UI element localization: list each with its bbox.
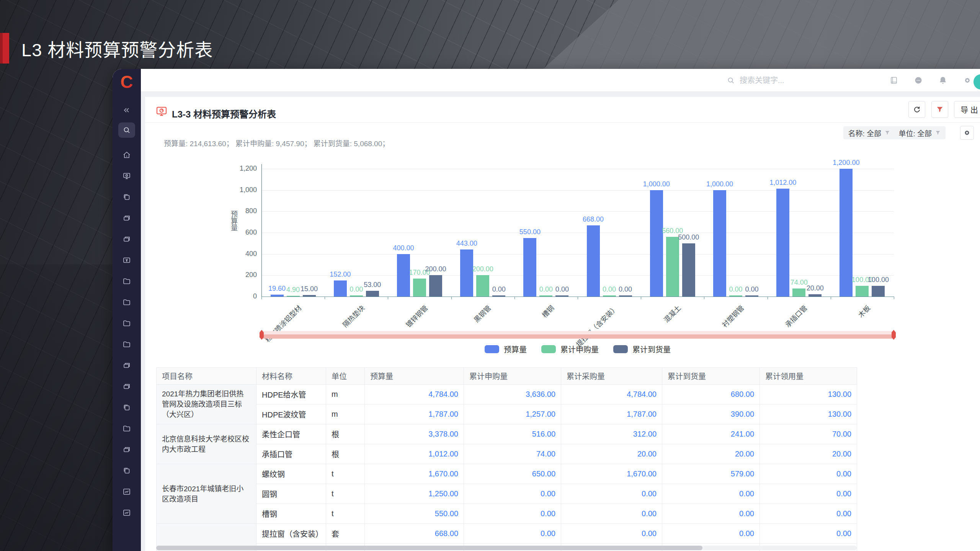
value-cell: 74.00 — [464, 444, 561, 464]
bar-累计到货量 — [682, 243, 695, 297]
value-cell: 130.00 — [760, 385, 857, 404]
notifications-icon[interactable] — [938, 76, 947, 85]
manual-icon[interactable] — [889, 76, 898, 85]
refresh-button[interactable] — [908, 101, 925, 118]
bar-value-label: 400.00 — [393, 244, 414, 252]
sidebar-folder-icon[interactable] — [119, 316, 134, 331]
table-row: 北京信息科技大学老校区校内大市政工程柔性企口管根3,378.00516.0031… — [157, 424, 857, 444]
value-cell: 680.00 — [662, 385, 760, 404]
bar-value-label: 0.00 — [350, 285, 363, 293]
bar-value-label: 100.00 — [852, 276, 873, 284]
sidebar-folder-icon[interactable] — [119, 421, 134, 436]
bar-value-label: 1,000.00 — [643, 180, 670, 188]
app-logo-icon[interactable]: C — [117, 72, 137, 92]
bar-value-label: 0.00 — [745, 285, 758, 293]
bar-预算量 — [397, 254, 410, 297]
value-cell: 1,250.00 — [365, 484, 464, 504]
value-cell: 1,670.00 — [365, 464, 464, 484]
y-axis-tick: 0 — [230, 292, 257, 300]
bar-value-label: 1,012.00 — [769, 179, 796, 187]
table-row: 提拉窗（含安装）套668.000.000.000.000.00 — [157, 524, 857, 544]
bar-预算量 — [271, 295, 284, 297]
messages-icon[interactable] — [914, 76, 923, 85]
bar-value-label: 20.00 — [807, 284, 824, 292]
chart-legend: 预算量累计申购量累计到货量 — [261, 344, 894, 355]
sidebar-copy-icon[interactable] — [119, 189, 134, 205]
divider — [145, 122, 980, 123]
user-avatar[interactable] — [973, 74, 980, 90]
sidebar-home-icon[interactable] — [119, 147, 134, 163]
material-name-cell: 圆钢 — [256, 484, 326, 504]
filter-chip-1[interactable]: 单位: 全部 — [894, 126, 946, 139]
value-cell: 0.00 — [464, 524, 561, 544]
column-header: 累计领用量 — [760, 368, 857, 385]
value-cell: 20.00 — [760, 444, 857, 464]
value-cell: 0.00 — [464, 484, 561, 504]
legend-item[interactable]: 累计申购量 — [541, 344, 599, 355]
scrollbar-thumb[interactable] — [156, 546, 702, 550]
sidebar-chart-icon[interactable] — [119, 484, 134, 499]
legend-swatch — [485, 345, 499, 353]
column-header: 累计采购量 — [561, 368, 662, 385]
unit-cell: 根 — [326, 444, 365, 464]
bar-累计到货量 — [429, 275, 442, 297]
search-input[interactable] — [740, 76, 847, 85]
bar-value-label: 500.00 — [678, 233, 699, 241]
filter-button[interactable] — [931, 101, 948, 118]
desktop-background: L3 材料预算预警分析表 C L3-3 材料预算预警分析表 — [0, 0, 980, 551]
filter-chip-0[interactable]: 名称: 全部 — [843, 126, 895, 139]
sidebar-folder-icon[interactable] — [119, 274, 134, 289]
page-title: L3 材料预算预警分析表 — [21, 35, 213, 62]
sidebar-monitor-icon[interactable] — [119, 168, 134, 184]
bar-累计到货量 — [872, 286, 885, 297]
unit-cell: 根 — [326, 424, 365, 444]
project-name-cell: 北京信息科技大学老校区校内大市政工程 — [157, 424, 256, 464]
report-card: L3-3 材料预算预警分析表 导 出 名称: 全部单位: 全部 预算量: 214… — [145, 97, 980, 551]
bar-value-label: 170.00 — [409, 269, 430, 277]
bar-预算量 — [840, 169, 853, 297]
sidebar-copy-icon[interactable] — [119, 400, 134, 415]
material-name-cell: 柔性企口管 — [256, 424, 326, 444]
y-axis-label: 预算量 — [229, 210, 238, 231]
sidebar-copy-icon[interactable] — [119, 463, 134, 478]
bar-value-label: 0.00 — [539, 285, 553, 293]
value-cell: 0.00 — [464, 504, 561, 524]
legend-item[interactable]: 累计到货量 — [613, 344, 671, 355]
export-label: 导 出 — [960, 104, 978, 115]
bar-value-label: 668.00 — [583, 215, 604, 223]
bar-累计到货量 — [492, 295, 505, 297]
sidebar-stack-icon[interactable] — [119, 210, 134, 226]
bar-value-label: 1,000.00 — [706, 180, 733, 188]
value-cell: 0.00 — [760, 504, 857, 524]
export-button[interactable]: 导 出 — [954, 101, 980, 118]
sidebar-stack-icon[interactable] — [119, 379, 134, 394]
sidebar-stack-icon[interactable] — [119, 358, 134, 373]
sidebar-ticket-icon[interactable] — [119, 253, 134, 268]
sidebar-collapse-icon[interactable] — [119, 103, 134, 118]
global-search[interactable] — [727, 69, 847, 92]
table-settings-button[interactable] — [960, 126, 974, 140]
settings-icon[interactable] — [963, 76, 972, 85]
y-axis-tick: 1,200 — [230, 165, 257, 173]
sidebar-folder-icon[interactable] — [119, 295, 134, 310]
value-cell: 20.00 — [662, 444, 760, 464]
horizontal-scrollbar[interactable] — [156, 546, 857, 550]
sidebar-chart-icon[interactable] — [119, 505, 134, 520]
sidebar-folder-icon[interactable] — [119, 337, 134, 352]
material-name-cell: 承插口管 — [256, 444, 326, 464]
value-cell: 0.00 — [561, 524, 662, 544]
background-shadow — [0, 264, 122, 551]
legend-item[interactable]: 预算量 — [485, 344, 527, 355]
y-axis-tick: 600 — [230, 228, 257, 236]
unit-cell: t — [326, 504, 365, 524]
x-axis-line — [261, 297, 894, 297]
project-name-cell: 2021年热力集团老旧供热管网及设施改造项目三标（大兴区） — [157, 385, 256, 424]
value-cell: 3,378.00 — [365, 424, 464, 444]
sidebar-stack-icon[interactable] — [119, 231, 134, 247]
datazoom-slider[interactable] — [261, 331, 894, 339]
sidebar-search-icon[interactable] — [118, 122, 135, 138]
bar-累计到货量 — [808, 294, 822, 297]
sidebar-stack-icon[interactable] — [119, 442, 134, 457]
value-cell: 0.00 — [662, 484, 760, 504]
bar-累计到货量 — [555, 295, 568, 297]
